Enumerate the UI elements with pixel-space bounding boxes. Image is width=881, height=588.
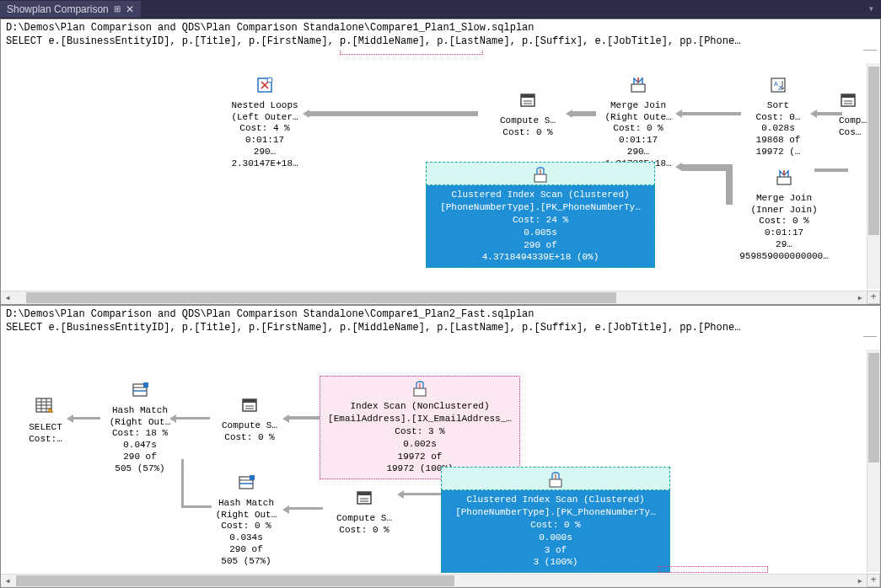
node-hash-match-2[interactable]: Hash Match (Right Out… Cost: 0 % 0.034s … <box>208 473 284 567</box>
node-hash-match-1[interactable]: Hash Match (Right Out… Cost: 18 % 0.047s… <box>102 381 178 474</box>
plan-pane-slow: D:\Demos\Plan Comparison and QDS\Plan Co… <box>0 19 881 305</box>
node-nested-loops[interactable]: Nested Loops (Left Outer… Cost: 4 % 0:01… <box>218 76 311 169</box>
plan-pane-fast: D:\Demos\Plan Comparison and QDS\Plan Co… <box>0 305 881 588</box>
pane-header-bottom: D:\Demos\Plan Comparison and QDS\Plan Co… <box>1 306 880 337</box>
merge-join-icon <box>629 76 647 94</box>
horizontal-scrollbar[interactable]: ◂ ▸ <box>1 574 867 587</box>
node-compute-scalar-2[interactable]: Compute S… Cost: 0 % <box>326 489 402 536</box>
highlight-fragment <box>658 566 768 573</box>
hash-match-icon <box>131 381 149 399</box>
node-clustered-index-scan[interactable]: Clustered Index Scan (Clustered) [PhoneN… <box>441 490 670 573</box>
node-merge-join-outer[interactable]: Merge Join (Right Oute… Cost: 0 % 0:01:1… <box>596 76 680 169</box>
plan-canvas-top[interactable]: Nested Loops (Left Outer… Cost: 4 % 0:01… <box>1 51 880 293</box>
tab-label: Showplan Comparison <box>7 3 109 15</box>
compute-scalar-icon <box>240 396 259 414</box>
clustered-index-scan-icon <box>531 166 550 184</box>
horizontal-scrollbar[interactable]: ◂ ▸ <box>1 291 867 304</box>
tab-dropdown-icon[interactable]: ▾ <box>862 3 881 15</box>
plan-canvas-bottom[interactable]: SELECT Cost:… Hash Match (Right Out… Cos… <box>1 337 880 576</box>
tab-showplan-comparison[interactable]: Showplan Comparison ⊞ ✕ <box>0 1 141 18</box>
node-compute-scalar[interactable]: Compute S… Cost: 0 % <box>490 91 566 138</box>
vertical-scrollbar[interactable] <box>867 350 880 572</box>
node-clustered-index-scan-header[interactable] <box>426 162 655 185</box>
node-compute-scalar-1[interactable]: Compute S… Cost: 0 % <box>212 396 287 443</box>
node-merge-join-inner[interactable]: Merge Join (Inner Join) Cost: 0 % 0:01:1… <box>729 168 839 262</box>
sort-icon <box>769 76 787 94</box>
vertical-scrollbar[interactable] <box>867 63 880 289</box>
index-scan-icon <box>411 380 429 398</box>
merge-join-icon <box>775 168 793 187</box>
pin-icon[interactable]: ⊞ <box>114 4 121 13</box>
node-select[interactable]: SELECT Cost:… <box>19 396 72 445</box>
highlight-fragment <box>340 51 483 55</box>
plan-query: SELECT e.[BusinessEntityID], p.[Title], … <box>6 35 875 49</box>
clustered-index-scan-icon <box>546 471 565 489</box>
plan-path: D:\Demos\Plan Comparison and QDS\Plan Co… <box>6 22 875 35</box>
compute-scalar-icon <box>839 91 857 110</box>
nested-loops-icon <box>255 76 274 94</box>
node-clustered-index-scan-header[interactable] <box>441 467 670 490</box>
select-icon <box>35 396 56 418</box>
node-sort[interactable]: Sort Cost: 0… 0.028s 19868 of 19972 (… <box>744 76 812 158</box>
plan-query: SELECT e.[BusinessEntityID], p.[Title], … <box>6 322 875 335</box>
zoom-button[interactable]: + <box>867 291 880 304</box>
close-icon[interactable]: ✕ <box>126 3 134 15</box>
compute-scalar-icon <box>355 489 373 507</box>
zoom-button[interactable]: + <box>867 574 880 587</box>
hash-match-icon <box>237 473 255 492</box>
node-clustered-index-scan[interactable]: Clustered Index Scan (Clustered) [PhoneN… <box>426 185 655 268</box>
plan-path: D:\Demos\Plan Comparison and QDS\Plan Co… <box>6 308 875 322</box>
titlebar: Showplan Comparison ⊞ ✕ ▾ <box>0 0 881 19</box>
pane-header-top: D:\Demos\Plan Comparison and QDS\Plan Co… <box>1 19 880 51</box>
compute-scalar-icon <box>518 91 537 110</box>
node-index-scan-nonclustered[interactable]: Index Scan (NonClustered) [EmailAddress]… <box>320 376 520 479</box>
